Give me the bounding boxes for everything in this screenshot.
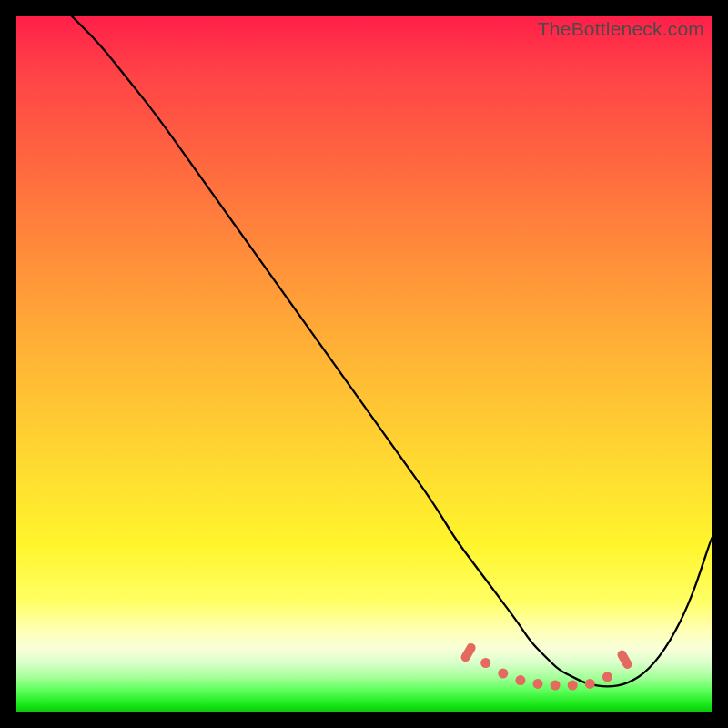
marker-dot [498, 669, 508, 679]
marker-dot [533, 679, 543, 689]
chart-frame: TheBottleneck.com [0, 0, 728, 728]
marker-dot [480, 658, 490, 668]
marker-dot [616, 649, 634, 671]
optimal-markers [460, 642, 634, 690]
marker-dot [551, 681, 561, 691]
marker-dot [460, 642, 478, 663]
marker-dot [585, 679, 595, 689]
marker-dot [515, 675, 525, 685]
marker-dot [568, 681, 578, 691]
curve-line [72, 16, 712, 686]
chart-svg [16, 16, 712, 712]
marker-dot [602, 672, 612, 682]
chart-plot-area: TheBottleneck.com [16, 16, 712, 712]
